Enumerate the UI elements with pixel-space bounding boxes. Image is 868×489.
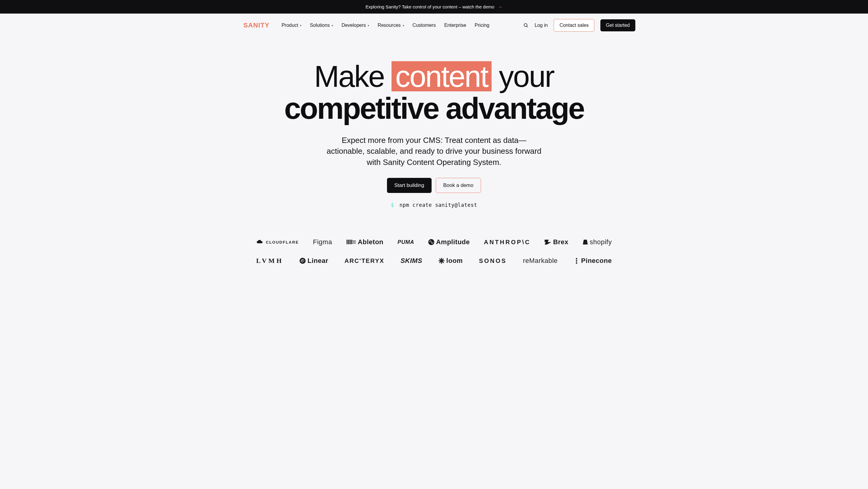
logo-cloudflare: CLOUDFLARE: [256, 240, 299, 245]
prompt-symbol: $: [391, 202, 394, 208]
contact-sales-button[interactable]: Contact sales: [554, 19, 594, 32]
brex-icon: [545, 240, 551, 245]
nav-pricing[interactable]: Pricing: [475, 23, 490, 28]
nav-label: Enterprise: [444, 23, 466, 28]
hero-line2: competitive advantage: [253, 93, 615, 123]
brand-logo[interactable]: SANITY: [244, 22, 270, 29]
login-link[interactable]: Log in: [535, 23, 548, 28]
nav-product[interactable]: Product ▾: [281, 23, 301, 28]
nav-label: Solutions: [310, 23, 330, 28]
hero-line1-pre: Make: [314, 59, 392, 93]
logo-remarkable: reMarkable: [523, 257, 558, 265]
arrow-right-icon: →: [498, 4, 502, 9]
hero-section: Make content your competitive advantage …: [241, 37, 627, 220]
chevron-down-icon: ▾: [403, 24, 404, 27]
logo-text: Amplitude: [436, 238, 470, 246]
hero-line1-post: your: [492, 59, 554, 93]
logo-lvmh: LVMH: [256, 257, 283, 265]
bag-icon: [583, 239, 588, 245]
announcement-text: Exploring Sanity? Take control of your c…: [366, 4, 494, 9]
hero-heading: Make content your competitive advantage: [253, 61, 615, 123]
chevron-down-icon: ▾: [368, 24, 369, 27]
logo-shopify: shopify: [583, 238, 612, 246]
nav-label: Resources: [378, 23, 401, 28]
linear-icon: [300, 258, 306, 264]
logo-amplitude: Amplitude: [428, 238, 470, 246]
get-started-button[interactable]: Get started: [600, 19, 635, 31]
logo-linear: Linear: [300, 257, 328, 265]
logo-figma: Figma: [313, 238, 332, 246]
book-demo-button[interactable]: Book a demo: [436, 178, 481, 193]
svg-line-1: [527, 26, 528, 27]
nav-label: Developers: [341, 23, 366, 28]
logo-ableton: IIII≡ Ableton: [346, 238, 384, 246]
svg-point-0: [524, 24, 527, 27]
cloud-icon: [256, 240, 264, 245]
customer-logos: CLOUDFLARE Figma IIII≡ Ableton PUMA Ampl…: [244, 238, 624, 265]
wave-icon: [428, 239, 434, 245]
main-nav: Product ▾ Solutions ▾ Developers ▾ Resou…: [281, 23, 490, 28]
command-text: npm create sanity@latest: [400, 202, 477, 208]
logo-puma: PUMA: [398, 239, 414, 245]
chevron-down-icon: ▾: [332, 24, 333, 27]
install-command[interactable]: $npm create sanity@latest: [253, 202, 615, 208]
header-actions: Log in Contact sales Get started: [523, 19, 635, 32]
svg-point-3: [300, 258, 306, 264]
logo-text: Pinecone: [581, 257, 612, 265]
logo-skims: SKIMS: [401, 257, 422, 265]
loom-icon: [438, 258, 444, 264]
start-building-button[interactable]: Start building: [387, 178, 431, 193]
logo-anthropic: ANTHROP\C: [484, 239, 531, 246]
nav-label: Product: [281, 23, 298, 28]
logo-brex: Brex: [545, 238, 568, 246]
nav-customers[interactable]: Customers: [412, 23, 436, 28]
logo-text: Linear: [307, 257, 328, 265]
search-icon[interactable]: [523, 23, 529, 28]
logo-text: Ableton: [358, 238, 383, 246]
logo-text: Brex: [553, 238, 568, 246]
hero-highlight: content: [392, 61, 491, 91]
nav-developers[interactable]: Developers ▾: [341, 23, 369, 28]
logo-text: CLOUDFLARE: [266, 240, 299, 245]
logo-arcteryx: ARC'TERYX: [344, 257, 384, 265]
chevron-down-icon: ▾: [300, 24, 301, 27]
site-header: SANITY Product ▾ Solutions ▾ Developers …: [215, 13, 653, 37]
logo-pinecone: Pinecone: [574, 257, 612, 265]
logo-row-2: LVMH Linear ARC'TERYX SKIMS loom SONOS r…: [256, 257, 612, 265]
logo-sonos: SONOS: [479, 257, 507, 265]
nav-solutions[interactable]: Solutions ▾: [310, 23, 333, 28]
logo-text: loom: [446, 257, 463, 265]
pinecone-icon: [574, 258, 579, 264]
logo-text: PUMA: [398, 239, 414, 245]
announcement-bar[interactable]: Exploring Sanity? Take control of your c…: [0, 0, 868, 13]
hero-subhead: Expect more from your CMS: Treat content…: [326, 135, 542, 167]
nav-enterprise[interactable]: Enterprise: [444, 23, 466, 28]
hero-ctas: Start building Book a demo: [253, 178, 615, 193]
bars-icon: IIII≡: [346, 238, 356, 246]
nav-label: Pricing: [475, 23, 490, 28]
logo-row-1: CLOUDFLARE Figma IIII≡ Ableton PUMA Ampl…: [256, 238, 612, 246]
logo-loom: loom: [438, 257, 463, 265]
nav-resources[interactable]: Resources ▾: [378, 23, 404, 28]
logo-text: shopify: [590, 238, 612, 246]
nav-label: Customers: [412, 23, 436, 28]
